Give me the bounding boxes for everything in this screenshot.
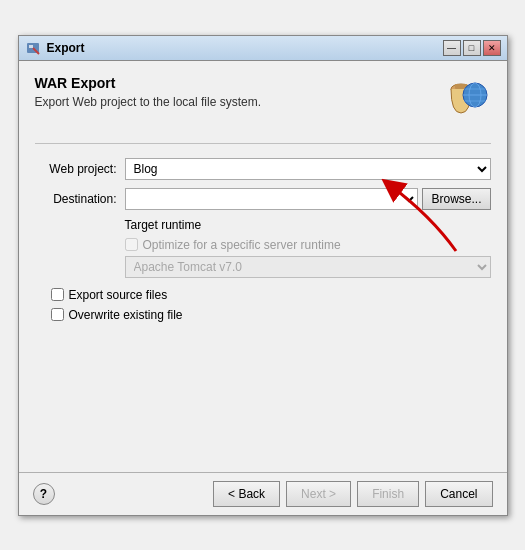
destination-control: Browse... [125, 188, 491, 210]
optimize-checkbox[interactable] [125, 238, 138, 251]
title-controls: — □ ✕ [443, 40, 501, 56]
war-globe-icon [439, 75, 491, 127]
browse-button[interactable]: Browse... [422, 188, 490, 210]
web-project-control: Blog [125, 158, 491, 180]
dialog-content: WAR Export Export Web project to the loc… [19, 61, 507, 472]
next-button[interactable]: Next > [286, 481, 351, 507]
runtime-dropdown-row: Apache Tomcat v7.0 [125, 256, 491, 278]
export-source-label: Export source files [69, 288, 168, 302]
maximize-button[interactable]: □ [463, 40, 481, 56]
close-button[interactable]: ✕ [483, 40, 501, 56]
dialog-footer: ? < Back Next > Finish Cancel [19, 472, 507, 515]
web-project-select[interactable]: Blog [125, 158, 491, 180]
extra-options: Export source files Overwrite existing f… [35, 288, 491, 322]
destination-select[interactable] [125, 188, 419, 210]
window-icon [25, 40, 41, 56]
section-title: WAR Export [35, 75, 262, 91]
help-button[interactable]: ? [33, 483, 55, 505]
section-desc: Export Web project to the local file sys… [35, 95, 262, 109]
target-runtime-label: Target runtime [125, 218, 491, 232]
svg-rect-1 [29, 45, 33, 48]
destination-row: Destination: Browse... [35, 188, 491, 210]
export-dialog: Export — □ ✕ WAR Export Export Web proje… [18, 35, 508, 516]
main-area: Web project: Blog Destination: Browse... [35, 158, 491, 458]
divider [35, 143, 491, 144]
footer-buttons: < Back Next > Finish Cancel [213, 481, 492, 507]
optimize-row: Optimize for a specific server runtime [125, 238, 491, 252]
optimize-label: Optimize for a specific server runtime [143, 238, 341, 252]
minimize-button[interactable]: — [443, 40, 461, 56]
runtime-select[interactable]: Apache Tomcat v7.0 [125, 256, 491, 278]
title-bar: Export — □ ✕ [19, 36, 507, 61]
destination-label: Destination: [35, 192, 125, 206]
war-header: WAR Export Export Web project to the loc… [35, 75, 491, 127]
web-project-row: Web project: Blog [35, 158, 491, 180]
export-source-row: Export source files [51, 288, 491, 302]
web-project-label: Web project: [35, 162, 125, 176]
back-button[interactable]: < Back [213, 481, 280, 507]
finish-button[interactable]: Finish [357, 481, 419, 507]
export-source-checkbox[interactable] [51, 288, 64, 301]
cancel-button[interactable]: Cancel [425, 481, 492, 507]
overwrite-row: Overwrite existing file [51, 308, 491, 322]
target-runtime-section: Target runtime [125, 218, 491, 232]
overwrite-checkbox[interactable] [51, 308, 64, 321]
window-title: Export [47, 41, 85, 55]
overwrite-label: Overwrite existing file [69, 308, 183, 322]
